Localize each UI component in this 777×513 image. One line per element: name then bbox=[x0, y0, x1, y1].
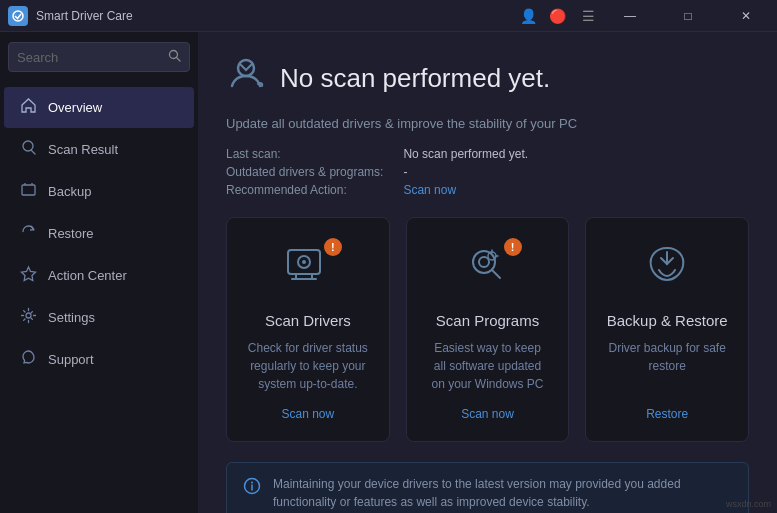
search-icon bbox=[168, 49, 181, 65]
svg-rect-5 bbox=[22, 185, 35, 195]
backup-restore-icon bbox=[641, 248, 693, 295]
settings-icon bbox=[18, 307, 38, 328]
page-header: No scan performed yet. bbox=[226, 56, 749, 100]
titlebar: Smart Driver Care 👤 🔴 ☰ — □ ✕ bbox=[0, 0, 777, 32]
sidebar-item-support[interactable]: Support bbox=[4, 339, 194, 380]
titlebar-controls: 👤 🔴 ☰ — □ ✕ bbox=[520, 0, 769, 32]
backup-restore-link[interactable]: Restore bbox=[646, 407, 688, 421]
sidebar-item-overview-label: Overview bbox=[48, 100, 102, 115]
page-subtitle: Update all outdated drivers & improve th… bbox=[226, 116, 749, 131]
last-scan-value: No scan performed yet. bbox=[403, 147, 749, 161]
sidebar-item-overview[interactable]: Overview bbox=[4, 87, 194, 128]
sidebar: Overview Scan Result bbox=[0, 32, 198, 513]
svg-marker-8 bbox=[21, 267, 35, 281]
svg-point-24 bbox=[251, 482, 253, 484]
sidebar-item-scan-result[interactable]: Scan Result bbox=[4, 129, 194, 170]
svg-point-10 bbox=[238, 60, 254, 76]
backup-restore-icon-area bbox=[641, 242, 693, 296]
app-title: Smart Driver Care bbox=[36, 9, 133, 23]
sidebar-item-action-center-label: Action Center bbox=[48, 268, 127, 283]
page-header-icon bbox=[226, 56, 266, 100]
maximize-button[interactable]: □ bbox=[665, 0, 711, 32]
minimize-button[interactable]: — bbox=[607, 0, 653, 32]
sidebar-item-restore-label: Restore bbox=[48, 226, 94, 241]
main-content: No scan performed yet. Update all outdat… bbox=[198, 32, 777, 513]
search-input[interactable] bbox=[17, 50, 162, 65]
scan-programs-card: ! Scan Programs Easiest way to keep all … bbox=[406, 217, 570, 442]
sidebar-item-backup-label: Backup bbox=[48, 184, 91, 199]
info-bar-icon bbox=[243, 477, 261, 499]
scan-drivers-icon-area: ! bbox=[282, 242, 334, 296]
sidebar-item-restore[interactable]: Restore bbox=[4, 213, 194, 254]
backup-restore-card: Backup & Restore Driver backup for safe … bbox=[585, 217, 749, 442]
sidebar-item-action-center[interactable]: Action Center bbox=[4, 255, 194, 296]
svg-point-0 bbox=[13, 11, 23, 21]
menu-icon[interactable]: ☰ bbox=[582, 8, 595, 24]
home-icon bbox=[18, 97, 38, 118]
info-bar: Maintaining your device drivers to the l… bbox=[226, 462, 749, 513]
svg-point-9 bbox=[26, 313, 31, 318]
scan-drivers-badge: ! bbox=[324, 238, 342, 256]
svg-point-17 bbox=[479, 257, 489, 267]
scan-result-icon bbox=[18, 139, 38, 160]
action-center-icon bbox=[18, 265, 38, 286]
notification-dot[interactable]: 🔴 bbox=[549, 8, 566, 24]
svg-line-4 bbox=[31, 151, 35, 155]
cards-row: ! Scan Drivers Check for driver status r… bbox=[226, 217, 749, 442]
backup-restore-title: Backup & Restore bbox=[607, 312, 728, 329]
recommended-scan-now-link[interactable]: Scan now bbox=[403, 183, 749, 197]
sidebar-item-scan-result-label: Scan Result bbox=[48, 142, 118, 157]
svg-point-3 bbox=[23, 141, 33, 151]
svg-line-18 bbox=[492, 270, 500, 278]
scan-programs-icon bbox=[462, 248, 514, 295]
scan-programs-badge: ! bbox=[504, 238, 522, 256]
scan-programs-link[interactable]: Scan now bbox=[461, 407, 514, 421]
outdated-label: Outdated drivers & programs: bbox=[226, 165, 383, 179]
scan-drivers-desc: Check for driver status regularly to kee… bbox=[247, 339, 369, 393]
scan-drivers-card: ! Scan Drivers Check for driver status r… bbox=[226, 217, 390, 442]
sidebar-item-settings-label: Settings bbox=[48, 310, 95, 325]
backup-restore-desc: Driver backup for safe restore bbox=[606, 339, 728, 393]
page-title: No scan performed yet. bbox=[280, 63, 550, 94]
sidebar-item-backup[interactable]: Backup bbox=[4, 171, 194, 212]
svg-point-15 bbox=[302, 260, 306, 264]
scan-programs-icon-area: ! bbox=[462, 242, 514, 296]
user-icon[interactable]: 👤 bbox=[520, 8, 537, 24]
restore-icon bbox=[18, 223, 38, 244]
app-icon bbox=[8, 6, 28, 26]
outdated-value: - bbox=[403, 165, 749, 179]
last-scan-label: Last scan: bbox=[226, 147, 383, 161]
sidebar-item-support-label: Support bbox=[48, 352, 94, 367]
search-box[interactable] bbox=[8, 42, 190, 72]
svg-line-2 bbox=[177, 58, 181, 62]
backup-icon bbox=[18, 181, 38, 202]
scan-programs-title: Scan Programs bbox=[436, 312, 539, 329]
app-body: Overview Scan Result bbox=[0, 32, 777, 513]
info-grid: Last scan: No scan performed yet. Outdat… bbox=[226, 147, 749, 197]
nav-items: Overview Scan Result bbox=[0, 82, 198, 513]
sidebar-item-settings[interactable]: Settings bbox=[4, 297, 194, 338]
titlebar-left: Smart Driver Care bbox=[8, 6, 133, 26]
scan-drivers-link[interactable]: Scan now bbox=[281, 407, 334, 421]
scan-drivers-icon bbox=[282, 248, 334, 295]
scan-programs-desc: Easiest way to keep all software updated… bbox=[427, 339, 549, 393]
support-icon bbox=[18, 349, 38, 370]
scan-drivers-title: Scan Drivers bbox=[265, 312, 351, 329]
recommended-label: Recommended Action: bbox=[226, 183, 383, 197]
close-button[interactable]: ✕ bbox=[723, 0, 769, 32]
watermark: wsxdn.com bbox=[726, 499, 771, 509]
info-bar-text: Maintaining your device drivers to the l… bbox=[273, 475, 732, 511]
